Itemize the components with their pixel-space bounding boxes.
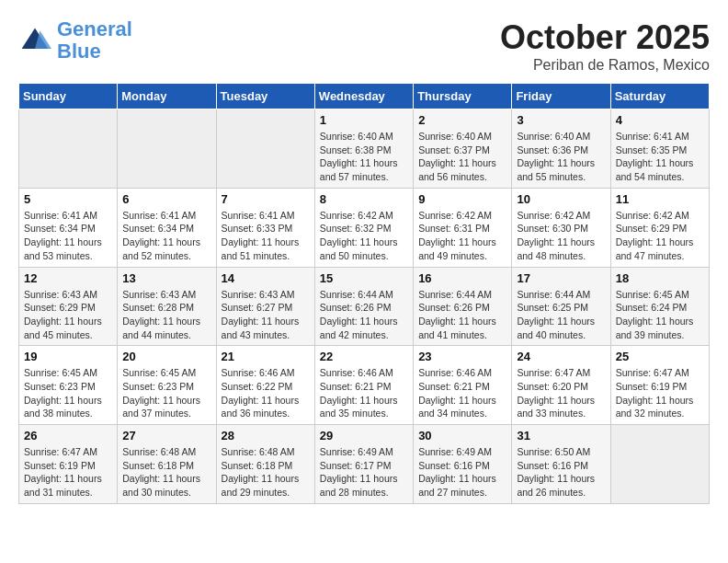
day-number: 26 [24, 429, 112, 442]
calendar-day-cell: 11Sunrise: 6:42 AMSunset: 6:29 PMDayligh… [610, 188, 709, 267]
calendar-day-cell: 29Sunrise: 6:49 AMSunset: 6:17 PMDayligh… [314, 425, 413, 504]
day-number: 15 [320, 271, 408, 285]
day-number: 11 [616, 192, 704, 206]
day-number: 17 [517, 271, 605, 285]
calendar-day-cell: 18Sunrise: 6:45 AMSunset: 6:24 PMDayligh… [610, 267, 709, 346]
calendar-day-cell: 14Sunrise: 6:43 AMSunset: 6:27 PMDayligh… [216, 267, 314, 346]
empty-cell [610, 425, 709, 504]
calendar-day-cell: 7Sunrise: 6:41 AMSunset: 6:33 PMDaylight… [216, 188, 314, 267]
day-number: 30 [418, 429, 506, 442]
logo-icon [18, 24, 51, 57]
calendar-day-cell: 19Sunrise: 6:45 AMSunset: 6:23 PMDayligh… [19, 346, 118, 425]
day-info: Sunrise: 6:44 AMSunset: 6:25 PMDaylight:… [517, 288, 605, 342]
calendar-day-cell: 31Sunrise: 6:50 AMSunset: 6:16 PMDayligh… [512, 425, 610, 504]
day-number: 6 [122, 192, 210, 206]
calendar-day-cell: 27Sunrise: 6:48 AMSunset: 6:18 PMDayligh… [118, 425, 216, 504]
calendar-day-cell: 30Sunrise: 6:49 AMSunset: 6:16 PMDayligh… [414, 425, 512, 504]
day-number: 4 [616, 113, 704, 127]
day-number: 19 [24, 350, 112, 363]
location-subtitle: Periban de Ramos, Mexico [500, 57, 710, 74]
day-info: Sunrise: 6:42 AMSunset: 6:32 PMDaylight:… [320, 209, 408, 263]
day-info: Sunrise: 6:46 AMSunset: 6:21 PMDaylight:… [418, 366, 506, 420]
day-number: 12 [24, 271, 112, 285]
day-info: Sunrise: 6:42 AMSunset: 6:31 PMDaylight:… [418, 209, 506, 263]
day-number: 3 [517, 113, 605, 127]
empty-cell [118, 109, 216, 189]
day-number: 2 [418, 113, 506, 127]
calendar-day-cell: 4Sunrise: 6:41 AMSunset: 6:35 PMDaylight… [610, 109, 709, 189]
calendar-day-cell: 15Sunrise: 6:44 AMSunset: 6:26 PMDayligh… [314, 267, 413, 346]
day-number: 21 [222, 350, 310, 363]
calendar-day-cell: 9Sunrise: 6:42 AMSunset: 6:31 PMDaylight… [414, 188, 512, 267]
day-info: Sunrise: 6:43 AMSunset: 6:27 PMDaylight:… [222, 288, 310, 342]
calendar-day-cell: 20Sunrise: 6:45 AMSunset: 6:23 PMDayligh… [118, 346, 216, 425]
empty-cell [19, 109, 118, 189]
day-number: 25 [616, 350, 704, 363]
day-number: 10 [517, 192, 605, 206]
calendar-day-cell: 13Sunrise: 6:43 AMSunset: 6:28 PMDayligh… [118, 267, 216, 346]
calendar-week-row: 5Sunrise: 6:41 AMSunset: 6:34 PMDaylight… [19, 188, 710, 267]
day-info: Sunrise: 6:49 AMSunset: 6:17 PMDaylight:… [320, 445, 408, 500]
day-number: 28 [222, 429, 310, 442]
calendar-day-cell: 23Sunrise: 6:46 AMSunset: 6:21 PMDayligh… [414, 346, 512, 425]
calendar-day-cell: 21Sunrise: 6:46 AMSunset: 6:22 PMDayligh… [216, 346, 314, 425]
day-number: 31 [517, 429, 605, 442]
day-info: Sunrise: 6:40 AMSunset: 6:37 PMDaylight:… [418, 130, 506, 184]
calendar-day-cell: 24Sunrise: 6:47 AMSunset: 6:20 PMDayligh… [512, 346, 610, 425]
calendar-day-cell: 22Sunrise: 6:46 AMSunset: 6:21 PMDayligh… [314, 346, 413, 425]
title-area: October 2025 Periban de Ramos, Mexico [500, 18, 710, 74]
weekday-header-tuesday: Tuesday [216, 84, 314, 109]
day-info: Sunrise: 6:42 AMSunset: 6:30 PMDaylight:… [517, 209, 605, 263]
day-info: Sunrise: 6:40 AMSunset: 6:38 PMDaylight:… [320, 130, 408, 184]
day-number: 5 [24, 192, 112, 206]
day-number: 7 [222, 192, 310, 206]
calendar-week-row: 26Sunrise: 6:47 AMSunset: 6:19 PMDayligh… [19, 425, 710, 504]
day-number: 16 [418, 271, 506, 285]
day-info: Sunrise: 6:43 AMSunset: 6:28 PMDaylight:… [122, 288, 210, 342]
day-info: Sunrise: 6:41 AMSunset: 6:34 PMDaylight:… [122, 209, 210, 263]
header: General Blue October 2025 Periban de Ram… [18, 18, 710, 74]
calendar-day-cell: 6Sunrise: 6:41 AMSunset: 6:34 PMDaylight… [118, 188, 216, 267]
day-info: Sunrise: 6:50 AMSunset: 6:16 PMDaylight:… [517, 445, 605, 500]
calendar-day-cell: 1Sunrise: 6:40 AMSunset: 6:38 PMDaylight… [314, 109, 413, 189]
calendar-day-cell: 17Sunrise: 6:44 AMSunset: 6:25 PMDayligh… [512, 267, 610, 346]
day-info: Sunrise: 6:41 AMSunset: 6:34 PMDaylight:… [24, 209, 112, 263]
calendar-day-cell: 2Sunrise: 6:40 AMSunset: 6:37 PMDaylight… [414, 109, 512, 189]
day-info: Sunrise: 6:41 AMSunset: 6:33 PMDaylight:… [222, 209, 310, 263]
day-number: 29 [320, 429, 408, 442]
day-info: Sunrise: 6:41 AMSunset: 6:35 PMDaylight:… [616, 130, 704, 184]
calendar-week-row: 12Sunrise: 6:43 AMSunset: 6:29 PMDayligh… [19, 267, 710, 346]
calendar-day-cell: 25Sunrise: 6:47 AMSunset: 6:19 PMDayligh… [610, 346, 709, 425]
empty-cell [216, 109, 314, 189]
calendar-day-cell: 28Sunrise: 6:48 AMSunset: 6:18 PMDayligh… [216, 425, 314, 504]
day-number: 24 [517, 350, 605, 363]
day-info: Sunrise: 6:46 AMSunset: 6:22 PMDaylight:… [222, 366, 310, 420]
weekday-header-monday: Monday [118, 84, 216, 109]
calendar-week-row: 19Sunrise: 6:45 AMSunset: 6:23 PMDayligh… [19, 346, 710, 425]
day-info: Sunrise: 6:49 AMSunset: 6:16 PMDaylight:… [418, 445, 506, 500]
logo: General Blue [18, 18, 132, 63]
weekday-header-saturday: Saturday [610, 84, 709, 109]
day-number: 14 [222, 271, 310, 285]
day-info: Sunrise: 6:47 AMSunset: 6:19 PMDaylight:… [616, 366, 704, 420]
day-info: Sunrise: 6:47 AMSunset: 6:20 PMDaylight:… [517, 366, 605, 420]
day-number: 22 [320, 350, 408, 363]
calendar-day-cell: 26Sunrise: 6:47 AMSunset: 6:19 PMDayligh… [19, 425, 118, 504]
calendar-day-cell: 12Sunrise: 6:43 AMSunset: 6:29 PMDayligh… [19, 267, 118, 346]
calendar-day-cell: 8Sunrise: 6:42 AMSunset: 6:32 PMDaylight… [314, 188, 413, 267]
day-info: Sunrise: 6:45 AMSunset: 6:23 PMDaylight:… [24, 366, 112, 420]
calendar-day-cell: 3Sunrise: 6:40 AMSunset: 6:36 PMDaylight… [512, 109, 610, 189]
day-number: 13 [122, 271, 210, 285]
calendar-day-cell: 16Sunrise: 6:44 AMSunset: 6:26 PMDayligh… [414, 267, 512, 346]
weekday-header-sunday: Sunday [19, 84, 118, 109]
weekday-header-friday: Friday [512, 84, 610, 109]
day-info: Sunrise: 6:44 AMSunset: 6:26 PMDaylight:… [418, 288, 506, 342]
day-number: 27 [122, 429, 210, 442]
day-number: 23 [418, 350, 506, 363]
calendar-week-row: 1Sunrise: 6:40 AMSunset: 6:38 PMDaylight… [19, 109, 710, 189]
day-info: Sunrise: 6:47 AMSunset: 6:19 PMDaylight:… [24, 445, 112, 500]
day-info: Sunrise: 6:40 AMSunset: 6:36 PMDaylight:… [517, 130, 605, 184]
day-info: Sunrise: 6:46 AMSunset: 6:21 PMDaylight:… [320, 366, 408, 420]
day-info: Sunrise: 6:48 AMSunset: 6:18 PMDaylight:… [122, 445, 210, 500]
logo-text: General Blue [57, 18, 132, 63]
